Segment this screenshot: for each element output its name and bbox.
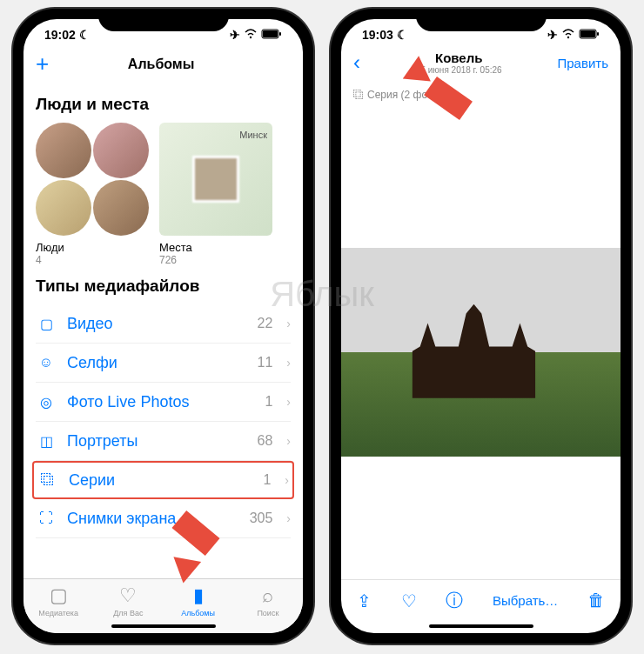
tab-label: Альбомы <box>181 609 215 617</box>
face-thumbnail <box>93 123 149 178</box>
notch <box>98 9 229 31</box>
nav-title: Альбомы <box>128 57 195 72</box>
video-icon: ▢ <box>36 313 57 334</box>
svg-rect-7 <box>597 32 599 36</box>
media-row-burst[interactable]: ⿻Серии1› <box>32 461 294 499</box>
people-album[interactable] <box>36 123 149 236</box>
photo-content <box>341 248 621 457</box>
selfie-icon: ☺ <box>36 352 57 373</box>
back-button[interactable]: ‹ <box>353 50 360 75</box>
home-indicator[interactable] <box>111 624 216 628</box>
places-count: 726 <box>159 254 272 266</box>
select-button[interactable]: Выбрать… <box>493 593 558 608</box>
tab-Поиск[interactable]: ⌕Поиск <box>233 584 303 617</box>
media-label: Селфи <box>67 354 247 372</box>
notch <box>416 9 547 31</box>
tab-icon: ⌕ <box>262 584 273 607</box>
face-thumbnail <box>36 180 91 236</box>
section-media-types-title: Типы медиафайлов <box>36 277 291 296</box>
chevron-right-icon: › <box>286 511 291 525</box>
tab-icon: ▮ <box>193 584 204 607</box>
chevron-right-icon: › <box>286 395 291 409</box>
tab-label: Медиатека <box>38 609 78 617</box>
tab-Альбомы[interactable]: ▮Альбомы <box>164 584 233 617</box>
media-row-selfie[interactable]: ☺Селфи11› <box>36 344 291 383</box>
add-button[interactable]: + <box>36 50 49 77</box>
media-row-portrait[interactable]: ◫Портреты68› <box>36 422 291 461</box>
media-types-list: ▢Видео22›☺Селфи11›◎Фото Live Photos1›◫По… <box>36 304 291 538</box>
nav-bar: ‹ Ковель 25 июня 2018 г. 05:26 Править <box>341 45 621 82</box>
content-area: Люди и места Минск Люди 4 <box>23 84 303 578</box>
moon-icon: ☾ <box>397 28 408 42</box>
people-count: 4 <box>36 254 149 266</box>
tab-label: Поиск <box>257 609 278 617</box>
info-button[interactable]: ⓘ <box>446 589 463 612</box>
chevron-right-icon: › <box>286 356 291 370</box>
share-button[interactable]: ⇪ <box>357 591 372 611</box>
face-thumbnail <box>93 180 149 236</box>
media-row-video[interactable]: ▢Видео22› <box>36 304 291 344</box>
airplane-icon: ✈ <box>547 28 558 42</box>
favorite-button[interactable]: ♡ <box>401 591 417 611</box>
media-count: 1 <box>263 472 271 488</box>
map-photo-thumb <box>192 156 239 203</box>
media-label: Снимки экрана <box>67 510 239 528</box>
people-label: Люди <box>36 241 149 254</box>
chevron-right-icon: › <box>285 473 289 487</box>
face-thumbnail <box>36 123 91 178</box>
battery-icon <box>579 28 600 42</box>
screenshot-icon: ⛶ <box>36 508 57 529</box>
tab-label: Для Вас <box>113 609 143 617</box>
places-label: Места <box>159 241 272 254</box>
home-indicator[interactable] <box>429 624 533 628</box>
tab-icon: ▢ <box>50 584 68 607</box>
places-album[interactable]: Минск <box>159 123 272 236</box>
svg-rect-6 <box>580 30 595 37</box>
chevron-right-icon: › <box>286 434 291 448</box>
media-count: 305 <box>250 511 273 526</box>
map-city-label: Минск <box>239 130 267 140</box>
media-label: Фото Live Photos <box>67 393 254 411</box>
svg-point-0 <box>250 37 252 38</box>
burst-icon: ⿻ <box>353 89 364 101</box>
svg-point-4 <box>567 37 569 38</box>
moon-icon: ☾ <box>79 28 91 42</box>
photo-viewer[interactable] <box>341 108 621 579</box>
media-label: Видео <box>67 315 247 333</box>
nav-bar: + Альбомы <box>23 45 303 84</box>
media-count: 11 <box>258 355 273 370</box>
burst-icon: ⿻ <box>37 470 58 490</box>
status-time: 19:02 <box>44 28 76 42</box>
wifi-icon <box>561 28 575 42</box>
burst-badge: ⿻ Серия (2 фото) <box>341 82 621 108</box>
screen-right: 19:03 ☾ ✈ ‹ Ковель 25 июня 2018 г. 05:26… <box>341 19 621 633</box>
trash-button[interactable]: 🗑 <box>587 591 605 611</box>
media-label: Портреты <box>67 432 247 450</box>
phone-right: 19:03 ☾ ✈ ‹ Ковель 25 июня 2018 г. 05:26… <box>331 9 631 644</box>
wifi-icon <box>244 28 258 42</box>
edit-button[interactable]: Править <box>558 56 609 70</box>
svg-rect-3 <box>279 32 281 36</box>
media-row-livephoto[interactable]: ◎Фото Live Photos1› <box>36 383 291 422</box>
airplane-icon: ✈ <box>230 28 240 42</box>
portrait-icon: ◫ <box>36 430 57 451</box>
tab-Для Вас[interactable]: ♡Для Вас <box>93 584 163 617</box>
media-label: Серии <box>69 471 252 490</box>
media-count: 1 <box>265 394 272 410</box>
tab-icon: ♡ <box>119 584 137 607</box>
livephoto-icon: ◎ <box>36 391 57 412</box>
section-people-places-title: Люди и места <box>36 95 291 114</box>
status-time: 19:03 <box>362 28 393 42</box>
media-count: 68 <box>258 433 273 449</box>
screen-left: 19:02 ☾ ✈ + Альбомы Люди и места <box>23 19 303 633</box>
media-row-screenshot[interactable]: ⛶Снимки экрана305› <box>36 499 291 538</box>
media-count: 22 <box>258 316 273 331</box>
chevron-right-icon: › <box>286 317 291 330</box>
tab-Медиатека[interactable]: ▢Медиатека <box>23 584 93 617</box>
svg-rect-2 <box>263 30 278 37</box>
battery-icon <box>261 28 282 42</box>
